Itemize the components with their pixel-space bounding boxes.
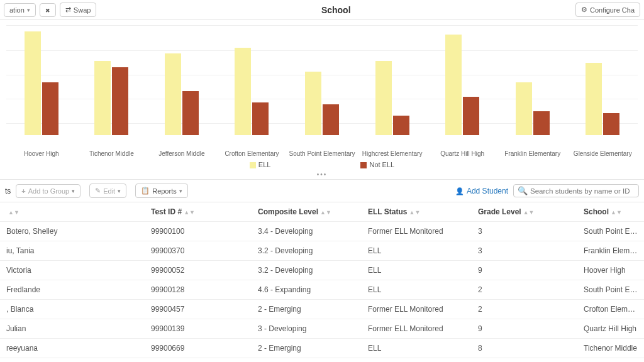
search-box[interactable]: 🔍 xyxy=(513,184,639,197)
x-tick-label: Jefferson Middle xyxy=(147,148,217,157)
col-grade[interactable]: Grade Level▲▼ xyxy=(472,202,577,222)
cell-school: South Point Elementa xyxy=(577,280,644,300)
cell-ell: ELL xyxy=(362,280,472,300)
add-student-link[interactable]: Add Student xyxy=(455,187,508,195)
bar-not-ell[interactable] xyxy=(533,111,550,135)
cut-label: ts xyxy=(5,187,11,195)
chart-legend: ELL Not ELL xyxy=(6,157,638,170)
bar-ell[interactable] xyxy=(516,82,532,135)
cell-grade: 3 xyxy=(472,222,577,241)
x-tick-label: Franklin Elementary xyxy=(497,148,568,157)
bar-group xyxy=(357,26,428,135)
cell-school: Tichenor Middle xyxy=(577,339,644,358)
table-row[interactable]: iu, Tania999003703.2 - DevelopingELL3Fra… xyxy=(0,241,644,261)
legend-label-not-ell: Not ELL xyxy=(369,161,394,168)
legend-label-ell: ELL xyxy=(258,161,271,168)
bar-group xyxy=(287,26,357,135)
table-row[interactable]: reeyuana999006692 - EmergingELL8Tichenor… xyxy=(0,339,644,358)
cell-name: Botero, Shelley xyxy=(0,222,145,241)
cell-grade: 2 xyxy=(472,300,577,319)
bar-group xyxy=(147,26,217,135)
cell-school: Quartz Hill High xyxy=(577,319,644,339)
close-icon xyxy=(45,6,50,14)
cell-comp: 3.4 - Developing xyxy=(252,222,362,241)
bar-group xyxy=(568,26,638,135)
sort-icon: ▲▼ xyxy=(523,209,535,216)
search-icon: 🔍 xyxy=(518,186,528,195)
table-row[interactable]: Botero, Shelley999001003.4 - DevelopingF… xyxy=(0,222,644,241)
bar-ell[interactable] xyxy=(375,61,392,135)
cell-grade: 8 xyxy=(472,339,577,358)
sort-icon: ▲▼ xyxy=(8,209,19,216)
edit-button[interactable]: Edit xyxy=(89,184,126,198)
bar-not-ell[interactable] xyxy=(182,91,199,135)
bar-not-ell[interactable] xyxy=(323,104,339,135)
table-header-row: ▲▼ Test ID #▲▼ Composite Level▲▼ ELL Sta… xyxy=(0,202,644,222)
reports-button[interactable]: Reports xyxy=(135,184,188,198)
students-table: ▲▼ Test ID #▲▼ Composite Level▲▼ ELL Sta… xyxy=(0,202,644,358)
aggregation-dropdown[interactable]: ation xyxy=(4,3,36,17)
bar-ell[interactable] xyxy=(25,31,41,135)
bar-ell[interactable] xyxy=(235,48,251,135)
cell-ell: Former ELL Monitored xyxy=(362,319,472,339)
cell-grade: 9 xyxy=(472,319,577,339)
cell-school: Crofton Elementary xyxy=(577,300,644,319)
bar-not-ell[interactable] xyxy=(42,82,58,135)
configure-chart-button[interactable]: Configure Cha xyxy=(575,3,640,17)
col-name[interactable]: ▲▼ xyxy=(0,202,145,222)
bar-ell[interactable] xyxy=(445,35,462,135)
table-row[interactable]: Julian999001393 - DevelopingFormer ELL M… xyxy=(0,319,644,339)
swap-button[interactable]: Swap xyxy=(60,3,97,17)
bar-group xyxy=(77,26,147,135)
chart-toolbar: ation Swap School Configure Cha xyxy=(0,0,644,20)
cell-name: , Blanca xyxy=(0,300,145,319)
bar-ell[interactable] xyxy=(305,72,321,135)
table-row[interactable]: Fredlande999001284.6 - ExpandingELL2Sout… xyxy=(0,280,644,300)
bar-not-ell[interactable] xyxy=(112,67,128,135)
bar-chart xyxy=(6,25,638,148)
x-tick-label: Hoover High xyxy=(6,148,77,157)
cell-grade: 3 xyxy=(472,241,577,261)
cell-name: iu, Tania xyxy=(0,241,145,261)
col-school[interactable]: School▲▼ xyxy=(577,202,644,222)
bar-ell[interactable] xyxy=(165,53,181,136)
search-input[interactable] xyxy=(530,187,635,195)
table-row[interactable]: , Blanca999004572 - EmergingFormer ELL M… xyxy=(0,300,644,319)
legend-swatch-not-ell xyxy=(360,162,367,168)
cell-id: 99900100 xyxy=(145,222,252,241)
sort-icon: ▲▼ xyxy=(320,209,331,216)
bar-not-ell[interactable] xyxy=(603,113,619,135)
cell-id: 99900139 xyxy=(145,319,252,339)
bar-ell[interactable] xyxy=(94,61,111,135)
plus-icon xyxy=(21,187,25,195)
resize-handle[interactable]: ••• xyxy=(6,170,638,179)
cell-comp: 2 - Emerging xyxy=(252,339,362,358)
cell-grade: 9 xyxy=(472,261,577,280)
cell-school: Franklin Elementary xyxy=(577,241,644,261)
x-axis-labels: Hoover HighTichenor MiddleJefferson Midd… xyxy=(6,148,638,157)
sort-icon: ▲▼ xyxy=(611,209,622,216)
col-test-id[interactable]: Test ID #▲▼ xyxy=(145,202,252,222)
cell-id: 99900370 xyxy=(145,241,252,261)
col-composite[interactable]: Composite Level▲▼ xyxy=(252,202,362,222)
bar-ell[interactable] xyxy=(586,63,602,135)
bar-not-ell[interactable] xyxy=(463,97,479,135)
table-row[interactable]: Victoria999000523.2 - DevelopingELL9Hoov… xyxy=(0,261,644,280)
add-to-group-button[interactable]: Add to Group xyxy=(16,184,80,198)
cell-ell: ELL xyxy=(362,339,472,358)
reports-icon xyxy=(141,187,150,195)
gear-icon xyxy=(581,6,587,14)
bar-not-ell[interactable] xyxy=(393,116,409,135)
clear-button[interactable] xyxy=(40,3,56,17)
cell-ell: ELL xyxy=(362,261,472,280)
x-tick-label: Highcrest Elementary xyxy=(357,148,428,157)
swap-icon xyxy=(65,6,71,14)
table-toolbar: ts Add to Group Edit Reports Add Student… xyxy=(0,179,644,202)
x-tick-label: Glenside Elementary xyxy=(568,148,638,157)
person-plus-icon xyxy=(455,187,464,195)
col-ell-status[interactable]: ELL Status▲▼ xyxy=(362,202,472,222)
sort-icon: ▲▼ xyxy=(184,209,195,216)
bar-not-ell[interactable] xyxy=(252,102,269,135)
cell-name: reeyuana xyxy=(0,339,145,358)
x-tick-label: South Point Elementary xyxy=(287,148,357,157)
